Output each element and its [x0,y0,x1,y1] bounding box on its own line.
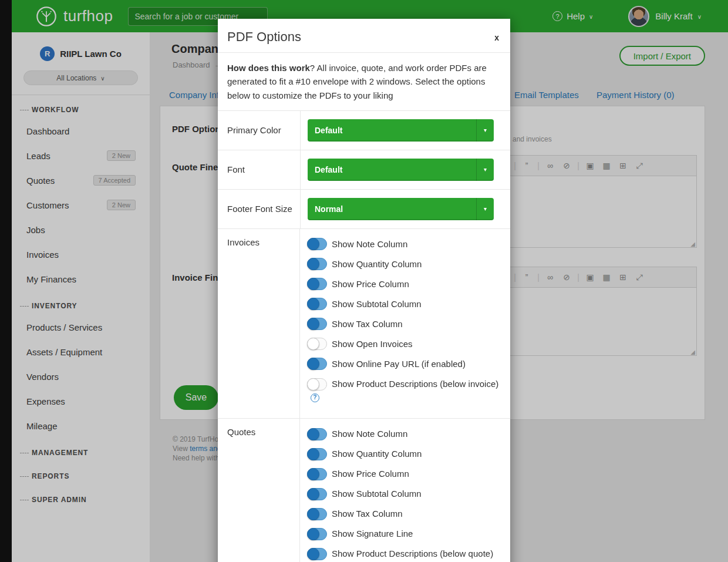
primary-color-control: Default ▾ [300,111,510,150]
toggle-knob [307,548,319,560]
primary-color-value: Default [315,126,342,135]
toggle-switch[interactable] [307,548,327,560]
invoices-toggles: Show Note Column Show Quantity Column Sh… [300,229,510,418]
font-row: Font Default ▾ [218,150,510,190]
toggle-knob [307,378,319,391]
footer-font-size-row: Footer Font Size Normal ▾ [218,190,510,229]
toggle-switch[interactable] [307,318,327,330]
help-icon[interactable]: ? [311,393,319,402]
toggle-knob [307,298,319,310]
toggle-knob [307,318,319,330]
modal-title: PDF Options [227,29,301,45]
invoices-label: Invoices [218,229,300,418]
toggle-knob [307,448,319,460]
toggle-label: Show Tax Column [332,319,403,329]
pdf-options-modal: PDF Options x How does this work? All in… [218,19,510,562]
toggle-knob [307,358,319,370]
toggle-knob [307,508,319,520]
toggle-knob [307,258,319,270]
toggle-label: Show Subtotal Column [332,299,422,309]
pdf-toggle-row: Show Subtotal Column [307,297,501,311]
toggle-switch[interactable] [307,528,327,540]
toggle-knob [307,338,319,350]
modal-intro-row: How does this work? All invoice, quote, … [218,53,510,111]
toggle-switch[interactable] [307,468,327,480]
toggle-switch[interactable] [307,298,327,310]
toggle-knob [307,528,319,540]
pdf-toggle-row: Show Tax Column [307,507,501,520]
chevron-down-icon: ▾ [476,159,494,181]
chevron-down-icon: ▾ [476,119,494,142]
chevron-down-icon: ▾ [476,198,494,220]
footer-font-size-label: Footer Font Size [218,196,300,222]
modal-intro-text: How does this work? All invoice, quote, … [218,53,510,110]
toggle-label: Show Note Column [332,239,407,249]
toggle-label: Show Note Column [332,429,407,439]
intro-lead: How does this work [227,63,310,73]
toggle-switch[interactable] [307,488,327,500]
close-icon[interactable]: x [494,33,499,42]
pdf-toggle-row: Show Quantity Column [307,447,501,460]
toggle-label: Show Open Invoices [332,339,413,349]
toggle-label: Show Subtotal Column [332,489,422,499]
pdf-toggle-row: Show Online Pay URL (if enabled) [307,357,501,371]
toggle-switch[interactable] [307,378,327,391]
toggle-switch[interactable] [307,338,327,350]
primary-color-label: Primary Color [218,117,300,143]
quotes-row: Quotes Show Note Column Show Quantity Co… [218,419,510,562]
pdf-toggle-row: Show Product Descriptions (below invoice… [307,377,501,403]
primary-color-select[interactable]: Default ▾ [308,119,494,142]
toggle-switch[interactable] [307,258,327,270]
quotes-toggles: Show Note Column Show Quantity Column Sh… [300,419,510,562]
pdf-toggle-row: Show Tax Column [307,317,501,331]
pdf-toggle-row: Show Note Column [307,427,501,440]
toggle-switch[interactable] [307,508,327,520]
font-value: Default [315,165,342,174]
pdf-toggle-row: Show Open Invoices [307,337,501,351]
footer-font-size-control: Normal ▾ [300,190,510,228]
toggle-switch[interactable] [307,448,327,460]
font-select[interactable]: Default ▾ [308,159,494,181]
toggle-label: Show Price Column [332,469,409,479]
font-label: Font [218,156,300,183]
pdf-toggle-row: Show Quantity Column [307,257,501,271]
pdf-toggle-row: Show Product Descriptions (below quote)? [307,547,501,562]
pdf-toggle-row: Show Price Column [307,467,501,480]
toggle-label: Show Signature Line [332,529,413,539]
toggle-label: Show Quantity Column [332,449,422,459]
toggle-label: Show Tax Column [332,509,403,519]
toggle-switch[interactable] [307,238,327,250]
pdf-toggle-row: Show Subtotal Column [307,487,501,500]
toggle-knob [307,468,319,480]
toggle-knob [307,238,319,250]
modal-header: PDF Options x [218,19,510,52]
footer-font-size-select[interactable]: Normal ▾ [308,198,494,220]
toggle-label: Show Product Descriptions (below quote) [332,548,493,558]
primary-color-row: Primary Color Default ▾ [218,111,510,150]
toggle-label: Show Quantity Column [332,259,422,269]
toggle-label: Show Price Column [332,279,409,289]
pdf-toggle-row: Show Signature Line [307,527,501,540]
toggle-label: Show Online Pay URL (if enabled) [332,359,466,369]
toggle-switch[interactable] [307,278,327,290]
modal-body: How does this work? All invoice, quote, … [218,52,510,562]
toggle-switch[interactable] [307,358,327,370]
pdf-toggle-row: Show Note Column [307,237,501,251]
toggle-label: Show Product Descriptions (below invoice… [332,379,498,389]
quotes-label: Quotes [218,419,300,562]
footer-font-size-value: Normal [315,204,343,214]
toggle-knob [307,488,319,500]
pdf-toggle-row: Show Price Column [307,277,501,291]
toggle-switch[interactable] [307,428,327,440]
invoices-row: Invoices Show Note Column Show Quantity … [218,229,510,419]
toggle-knob [307,428,319,440]
font-control: Default ▾ [300,150,510,189]
toggle-knob [307,278,319,290]
